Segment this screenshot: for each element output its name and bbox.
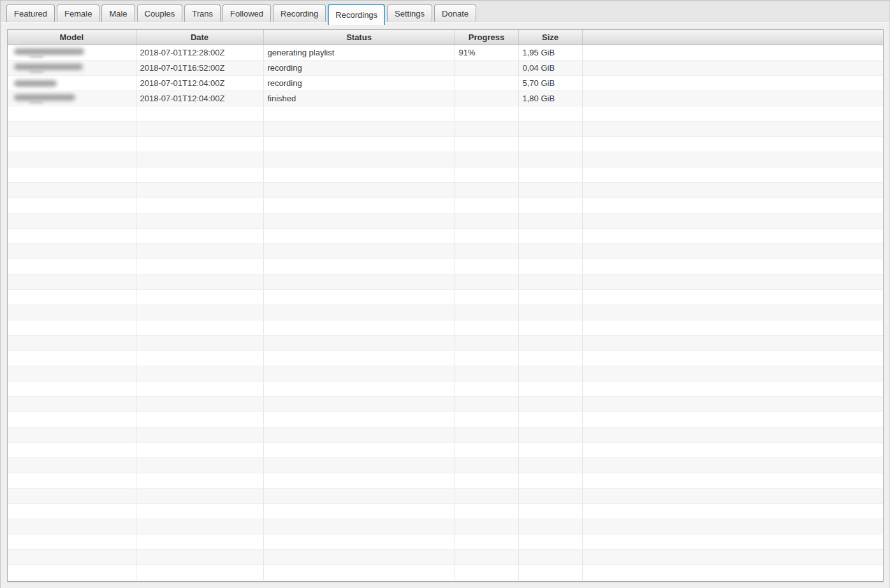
empty-cell xyxy=(136,183,263,198)
recording-row[interactable]: 2018-07-01T12:04:00Zrecording5,70 GiB xyxy=(8,76,884,91)
empty-cell xyxy=(263,336,455,351)
empty-cell xyxy=(455,458,518,473)
empty-cell xyxy=(136,427,263,443)
column-header-blank[interactable] xyxy=(582,30,884,45)
app-window: FeaturedFemaleMaleCouplesTransFollowedRe… xyxy=(0,0,890,588)
empty-row xyxy=(8,458,884,473)
empty-cell xyxy=(518,366,582,382)
tab-bar: FeaturedFemaleMaleCouplesTransFollowedRe… xyxy=(1,1,889,22)
tab-female[interactable]: Female xyxy=(57,4,99,22)
empty-cell xyxy=(136,275,263,290)
empty-cell xyxy=(136,336,263,351)
empty-cell xyxy=(518,106,582,122)
empty-cell xyxy=(455,427,518,443)
empty-cell xyxy=(8,213,136,229)
tab-male[interactable]: Male xyxy=(101,4,135,22)
empty-cell xyxy=(455,168,518,183)
empty-cell xyxy=(263,504,455,519)
empty-cell xyxy=(8,427,136,443)
empty-cell xyxy=(136,290,263,305)
recording-row[interactable]: 2018-07-01T16:52:00Zrecording0,04 GiB xyxy=(8,61,884,76)
empty-cell xyxy=(582,412,884,427)
empty-cell xyxy=(455,198,518,213)
empty-row xyxy=(8,534,884,550)
tab-couples[interactable]: Couples xyxy=(137,4,183,22)
redacted-model-name xyxy=(14,64,83,70)
empty-cell xyxy=(8,198,136,213)
empty-cell xyxy=(136,259,263,275)
empty-cell xyxy=(8,519,136,534)
recording-row[interactable]: 2018-07-01T12:04:00Zfinished1,80 GiB xyxy=(8,91,884,106)
empty-cell xyxy=(518,427,582,443)
empty-cell xyxy=(455,259,518,275)
empty-cell xyxy=(136,382,263,397)
size-cell: 1,95 GiB xyxy=(518,45,582,61)
column-header-date[interactable]: Date xyxy=(136,30,263,45)
empty-cell xyxy=(8,489,136,504)
empty-cell xyxy=(455,244,518,259)
empty-cell xyxy=(582,106,884,122)
empty-cell xyxy=(8,565,136,580)
empty-cell xyxy=(263,534,455,550)
progress-cell xyxy=(455,76,518,91)
empty-cell xyxy=(518,336,582,351)
spacer-cell xyxy=(582,45,884,61)
empty-cell xyxy=(136,244,263,259)
date-cell: 2018-07-01T12:04:00Z xyxy=(136,76,263,91)
tab-recordings[interactable]: Recordings xyxy=(328,4,385,25)
empty-cell xyxy=(8,473,136,489)
empty-cell xyxy=(136,550,263,565)
empty-row xyxy=(8,366,884,382)
redacted-model-name-tail xyxy=(29,55,43,57)
empty-cell xyxy=(136,305,263,320)
status-cell: generating playlist xyxy=(263,45,455,61)
tab-trans[interactable]: Trans xyxy=(184,4,221,22)
empty-cell xyxy=(455,290,518,305)
empty-cell xyxy=(518,519,582,534)
model-cell xyxy=(8,45,136,61)
tab-settings[interactable]: Settings xyxy=(387,4,432,22)
empty-cell xyxy=(518,565,582,580)
progress-cell: 91% xyxy=(455,45,518,61)
empty-cell xyxy=(518,244,582,259)
empty-cell xyxy=(263,366,455,382)
column-header-model[interactable]: Model xyxy=(8,30,136,45)
column-header-progress[interactable]: Progress xyxy=(455,30,518,45)
empty-cell xyxy=(263,168,455,183)
recording-row[interactable]: 2018-07-01T12:28:00Zgenerating playlist9… xyxy=(8,45,884,61)
tab-donate[interactable]: Donate xyxy=(434,4,476,22)
empty-cell xyxy=(518,198,582,213)
empty-cell xyxy=(455,382,518,397)
tab-featured[interactable]: Featured xyxy=(6,4,55,22)
empty-cell xyxy=(263,473,455,489)
empty-cell xyxy=(136,122,263,137)
empty-cell xyxy=(455,122,518,137)
empty-cell xyxy=(518,412,582,427)
empty-cell xyxy=(582,336,884,351)
empty-cell xyxy=(263,427,455,443)
column-header-status[interactable]: Status xyxy=(263,30,455,45)
empty-cell xyxy=(582,213,884,229)
empty-cell xyxy=(136,137,263,152)
empty-cell xyxy=(518,122,582,137)
empty-cell xyxy=(455,397,518,412)
empty-cell xyxy=(8,382,136,397)
empty-cell xyxy=(263,290,455,305)
empty-cell xyxy=(518,168,582,183)
column-header-size[interactable]: Size xyxy=(518,30,582,45)
empty-cell xyxy=(263,244,455,259)
empty-cell xyxy=(136,489,263,504)
empty-cell xyxy=(8,397,136,412)
empty-cell xyxy=(136,320,263,336)
empty-cell xyxy=(518,534,582,550)
empty-cell xyxy=(136,473,263,489)
empty-cell xyxy=(8,412,136,427)
empty-cell xyxy=(263,183,455,198)
empty-row xyxy=(8,489,884,504)
empty-row xyxy=(8,244,884,259)
tab-followed[interactable]: Followed xyxy=(222,4,271,22)
empty-cell xyxy=(455,305,518,320)
recordings-table: ModelDateStatusProgressSize 2018-07-01T1… xyxy=(7,29,884,582)
empty-cell xyxy=(8,152,136,168)
tab-recording[interactable]: Recording xyxy=(273,4,326,22)
